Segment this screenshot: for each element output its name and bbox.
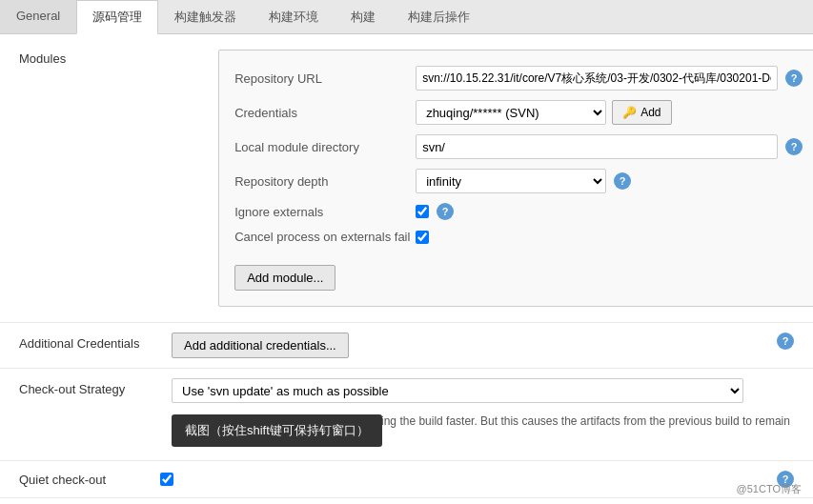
repo-depth-row: Repository depth infinity ? [234,169,803,193]
credentials-select[interactable]: zhuqing/****** (SVN) [416,100,606,125]
tab-triggers[interactable]: 构建触发器 [158,0,253,33]
modules-form-area: Repository URL ? Credentials zhuqing/***… [66,50,813,307]
main-content: Modules Repository URL ? Credentials zhu… [0,34,813,504]
tab-environment[interactable]: 构建环境 [253,0,335,33]
local-module-label: Local module directory [234,140,416,154]
tab-post-build[interactable]: 构建后操作 [392,0,486,33]
checkout-strategy-section: Check-out Strategy Use 'svn update' as m… [0,368,813,460]
add-module-button[interactable]: Add module... [234,265,335,291]
repo-depth-help-icon[interactable]: ? [614,172,631,190]
checkout-strategy-controls: Use 'svn update' as much as possible [172,378,794,403]
ignore-externals-label: Ignore externals [234,205,416,219]
checkout-strategy-row: Check-out Strategy Use 'svn update' as m… [19,378,794,403]
cancel-process-checkbox[interactable] [416,231,429,244]
key-icon: 🔑 [622,106,637,119]
ignore-externals-help-icon[interactable]: ? [437,203,454,220]
repo-url-input[interactable] [416,66,778,91]
repo-depth-label: Repository depth [234,174,416,189]
local-module-input[interactable] [416,134,778,159]
checkout-strategy-label: Check-out Strategy [19,378,172,396]
checkout-strategy-select[interactable]: Use 'svn update' as much as possible [172,378,743,403]
modules-label: Modules [19,50,66,66]
additional-credentials-content: Add additional credentials... [172,333,769,358]
local-module-row: Local module directory ? [234,134,803,159]
ignore-externals-checkbox[interactable] [416,205,429,218]
add-additional-credentials-button[interactable]: Add additional credentials... [172,333,349,358]
repo-depth-select[interactable]: infinity [416,169,606,193]
tabs-bar: General 源码管理 构建触发器 构建环境 构建 构建后操作 [0,0,813,34]
additional-credentials-help-icon[interactable]: ? [777,333,794,350]
credentials-label: Credentials [234,106,416,120]
quiet-checkout-section: Quiet check-out 截图（按住shift键可保持钉窗口） ? [0,460,813,497]
quiet-checkout-checkbox[interactable] [160,473,173,486]
repo-url-help-icon[interactable]: ? [785,70,803,87]
local-module-help-icon[interactable]: ? [785,138,803,155]
modules-section: Modules Repository URL ? Credentials zhu… [0,34,813,322]
quiet-checkout-label: Quiet check-out [19,473,152,487]
ignore-externals-row: Ignore externals ? [234,203,803,220]
additional-credentials-section: Additional Credentials Add additional cr… [0,322,813,368]
add-module-area: Add module... [234,253,803,291]
add-credentials-button[interactable]: 🔑 Add [612,100,671,125]
screenshot-tooltip: 截图（按住shift键可保持钉窗口） [172,414,382,447]
tab-general[interactable]: General [0,0,76,33]
source-browser-section: 源码库浏览器 (自动) [0,497,813,504]
credentials-controls: zhuqing/****** (SVN) 🔑 Add [416,100,671,125]
repo-url-row: Repository URL ? [234,66,803,91]
cancel-process-label: Cancel process on externals fail [234,230,416,244]
credentials-row: Credentials zhuqing/****** (SVN) 🔑 Add [234,100,803,125]
watermark: @51CTO博客 [737,482,802,496]
modules-box: Repository URL ? Credentials zhuqing/***… [218,50,813,307]
tab-build[interactable]: 构建 [335,0,392,33]
additional-credentials-label: Additional Credentials [19,333,172,351]
add-label: Add [640,106,661,119]
tab-source[interactable]: 源码管理 [76,0,158,34]
repo-url-label: Repository URL [234,71,416,86]
cancel-process-row: Cancel process on externals fail [234,230,803,244]
